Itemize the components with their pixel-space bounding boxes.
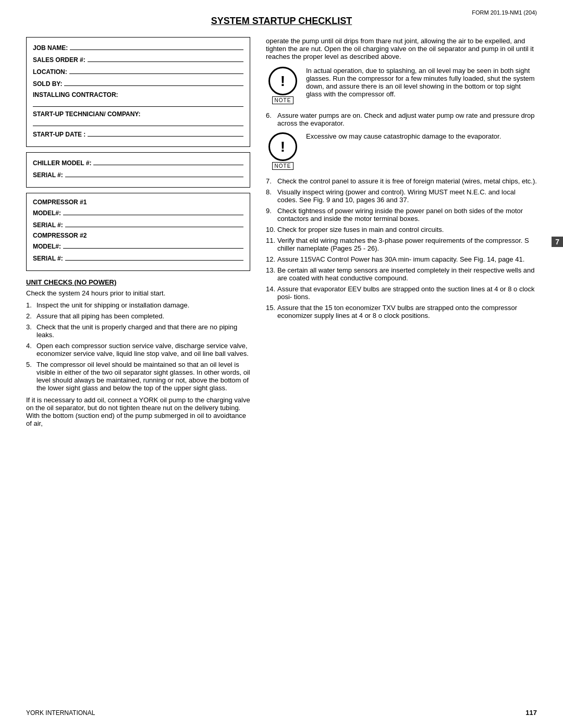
- location-row: LOCATION:: [33, 67, 243, 76]
- page-tab: 7: [552, 237, 563, 247]
- chiller-serial-row: SERIAL #:: [33, 170, 243, 179]
- list-item-8: 8. Visually inspect wiring (power and co…: [266, 188, 537, 204]
- job-name-label: JOB NAME:: [33, 44, 68, 52]
- list-item-14: 14. Assure that evaporator EEV bulbs are…: [266, 285, 537, 301]
- comp1-serial-label: SERIAL #:: [33, 221, 63, 229]
- comp2-header: COMPRESSOR #2: [33, 232, 243, 239]
- list-item-7: 7. Check the control panel to assure it …: [266, 177, 537, 185]
- chiller-model-line: [93, 158, 243, 165]
- comp1-serial-row: SERIAL #:: [33, 220, 243, 229]
- comp2-serial-label: SERIAL #:: [33, 255, 63, 262]
- info-box-1: JOB NAME: SALES ORDER #: LOCATION: SOLD …: [26, 37, 250, 147]
- list-item-12: 12. Assure 115VAC Control Power has 30A …: [266, 255, 537, 263]
- left-column: JOB NAME: SALES ORDER #: LOCATION: SOLD …: [26, 37, 250, 427]
- sold-by-line: [64, 79, 243, 86]
- startup-tech-row: START-UP TECHNICIAN/ COMPANY:: [33, 110, 243, 126]
- note-block-1: ! NOTE In actual operation, due to splas…: [266, 67, 537, 104]
- comp1-header: COMPRESSOR #1: [33, 199, 243, 206]
- chiller-model-row: CHILLER MODEL #:: [33, 158, 243, 167]
- comp2-model-row: MODEL#:: [33, 241, 243, 250]
- startup-tech-line: [33, 119, 243, 126]
- list-item-11: 11. Verify that eld wiring matches the 3…: [266, 237, 537, 252]
- chiller-model-label: CHILLER MODEL #:: [33, 159, 91, 167]
- note-label-1: NOTE: [272, 96, 294, 104]
- job-name-row: JOB NAME:: [33, 43, 243, 52]
- comp1-serial-line: [65, 220, 243, 227]
- location-label: LOCATION:: [33, 68, 67, 76]
- installing-contractor-row: INSTALLING CONTRACTOR:: [33, 91, 243, 107]
- chiller-serial-label: SERIAL #:: [33, 171, 63, 179]
- installing-contractor-label: INSTALLING CONTRACTOR:: [33, 91, 118, 98]
- list-item-15: 15. Assure that the 15 ton economizer TX…: [266, 304, 537, 319]
- form-reference: FORM 201.19-NM1 (204): [472, 9, 537, 16]
- exclamation-icon-2: !: [268, 132, 297, 161]
- note-icon-1: ! NOTE: [266, 67, 300, 104]
- right-numbered-6: 6. Assure water pumps are on. Check and …: [266, 112, 537, 127]
- page-title: SYSTEM STARTUP CHECKLIST: [26, 16, 537, 27]
- chiller-serial-line: [65, 170, 243, 177]
- list-item: 2. Assure that all piping has been compl…: [26, 312, 250, 320]
- unit-checks-header: UNIT CHECKS (NO POWER): [26, 278, 250, 286]
- startup-tech-label: START-UP TECHNICIAN/ COMPANY:: [33, 110, 140, 118]
- list-item-6: 6. Assure water pumps are on. Check and …: [266, 112, 537, 127]
- left-checklist: 1. Inspect the unit for shipping or inst…: [26, 301, 250, 392]
- job-name-line: [70, 43, 243, 50]
- exclamation-icon-1: !: [268, 67, 297, 95]
- comp2-serial-line: [65, 253, 243, 261]
- check-intro: Check the system 24 hours prior to initi…: [26, 289, 250, 297]
- sales-order-line: [88, 55, 243, 62]
- startup-date-label: START-UP DATE :: [33, 131, 85, 138]
- list-item-10: 10. Check for proper size fuses in main …: [266, 226, 537, 233]
- info-box-2: CHILLER MODEL #: SERIAL #:: [26, 152, 250, 188]
- list-item: 1. Inspect the unit for shipping or inst…: [26, 301, 250, 309]
- comp1-model-row: MODEL#:: [33, 208, 243, 217]
- list-item-9: 9. Check tightness of power wiring insid…: [266, 207, 537, 223]
- installing-contractor-line: [33, 100, 243, 107]
- right-intro-text: operate the pump until oil drips from th…: [266, 37, 537, 60]
- sold-by-label: SOLD BY:: [33, 80, 62, 88]
- note-text-2: Excessive ow may cause catastrophic dama…: [306, 132, 537, 140]
- list-item-13: 13. Be certain all water temp sensors ar…: [266, 266, 537, 282]
- note-label-2: NOTE: [272, 162, 294, 170]
- right-numbered-list: 7. Check the control panel to assure it …: [266, 177, 537, 319]
- location-line: [69, 67, 243, 74]
- footer-left: YORK INTERNATIONAL: [26, 709, 95, 717]
- startup-date-line: [88, 129, 243, 137]
- startup-date-row: START-UP DATE :: [33, 129, 243, 138]
- info-box-3: COMPRESSOR #1 MODEL#: SERIAL #: COMPRESS…: [26, 193, 250, 271]
- note-block-2: ! NOTE Excessive ow may cause catastroph…: [266, 132, 537, 170]
- list-item: 3. Check that the unit is properly charg…: [26, 323, 250, 339]
- list-item: 5. The compressor oil level should be ma…: [26, 361, 250, 392]
- extra-text: If it is necessary to add oil, connect a…: [26, 396, 250, 427]
- comp1-model-line: [63, 208, 243, 215]
- note-text-1: In actual operation, due to splashing, a…: [306, 67, 537, 98]
- sales-order-row: SALES ORDER #:: [33, 55, 243, 64]
- main-layout: JOB NAME: SALES ORDER #: LOCATION: SOLD …: [26, 37, 537, 427]
- right-column: operate the pump until oil drips from th…: [266, 37, 537, 427]
- list-item: 4. Open each compressor suction service …: [26, 342, 250, 357]
- comp2-model-label: MODEL#:: [33, 243, 61, 250]
- note-icon-2: ! NOTE: [266, 132, 300, 170]
- sold-by-row: SOLD BY:: [33, 79, 243, 88]
- sales-order-label: SALES ORDER #:: [33, 56, 85, 64]
- comp2-serial-row: SERIAL #:: [33, 253, 243, 262]
- comp2-model-line: [63, 241, 243, 249]
- comp1-model-label: MODEL#:: [33, 209, 61, 217]
- footer-right: 117: [525, 709, 537, 717]
